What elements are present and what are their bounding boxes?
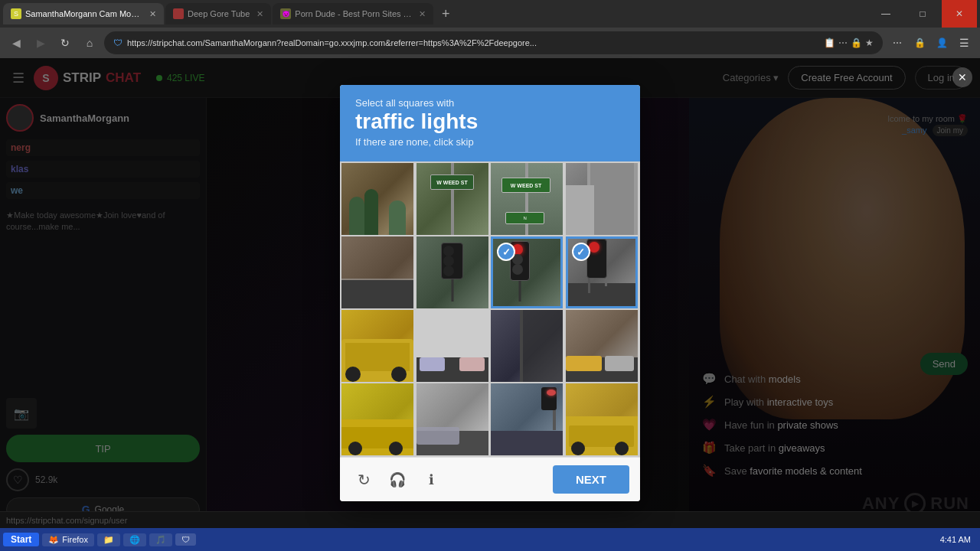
captcha-instruction-title: traffic lights xyxy=(355,110,625,134)
captcha-cell-14[interactable] xyxy=(491,383,563,455)
url-bar[interactable]: 🛡 https://stripchat.com/SamanthaMorgann?… xyxy=(104,31,883,54)
profile-icon[interactable]: 👤 xyxy=(932,33,952,53)
captcha-cell-9[interactable] xyxy=(416,310,488,382)
tab-1-close[interactable]: ✕ xyxy=(149,9,156,19)
captcha-cell-3[interactable] xyxy=(566,163,638,235)
url-actions: 📋 ⋯ 🔒 ★ xyxy=(824,37,874,48)
captcha-grid: W WEED ST W WEED ST N xyxy=(340,161,640,457)
taskbar-antivirus-icon: 🛡 xyxy=(181,535,190,544)
captcha-footer: ↻ 🎧 ℹ NEXT xyxy=(340,457,640,501)
captcha-cell-2[interactable]: W WEED ST N xyxy=(491,163,563,235)
modal-close-button[interactable]: ✕ xyxy=(952,67,972,87)
taskbar: Start 🦊 Firefox 📁 🌐 🎵 🛡 4:41 AM xyxy=(0,528,980,551)
tab-1-title: SamanthaMorgann Cam Model: Fr... xyxy=(25,9,142,18)
extensions-area: ⋯ 🔒 👤 ☰ xyxy=(887,33,974,53)
taskbar-clock: 4:41 AM xyxy=(940,535,977,544)
new-tab-button[interactable]: + xyxy=(435,3,456,24)
captcha-cell-6[interactable]: ✓ xyxy=(491,236,563,308)
captcha-cell-0[interactable] xyxy=(341,163,413,235)
tab-1[interactable]: S SamanthaMorgann Cam Model: Fr... ✕ xyxy=(3,3,164,24)
back-button[interactable]: ◀ xyxy=(6,33,26,53)
tab-bar: S SamanthaMorgann Cam Model: Fr... ✕ Dee… xyxy=(0,0,980,28)
firefox-sync-icon[interactable]: 🔒 xyxy=(910,33,929,53)
captcha-instruction-sub: Select all squares with xyxy=(355,97,625,109)
extensions-button[interactable]: ⋯ xyxy=(887,33,907,53)
captcha-cell-4[interactable] xyxy=(341,236,413,308)
tab-2-close[interactable]: ✕ xyxy=(256,9,263,19)
captcha-cell-10[interactable] xyxy=(491,310,563,382)
tab-3-title: Porn Dude - Best Porn Sites & Fre... xyxy=(295,9,412,18)
window-maximize[interactable]: □ xyxy=(905,0,940,28)
tab-2-favicon xyxy=(173,8,184,19)
url-text: https://stripchat.com/SamanthaMorgann?re… xyxy=(127,38,819,47)
captcha-cell-13[interactable] xyxy=(416,383,488,455)
captcha-modal: Select all squares with traffic lights I… xyxy=(340,85,640,502)
window-close[interactable]: ✕ xyxy=(942,0,977,28)
cell-7-check: ✓ xyxy=(572,243,590,261)
browser-window: S SamanthaMorgann Cam Model: Fr... ✕ Dee… xyxy=(0,0,980,551)
captcha-info-button[interactable]: ℹ xyxy=(418,467,444,493)
taskbar-firefox-icon: 🦊 xyxy=(48,535,59,545)
tab-3-close[interactable]: ✕ xyxy=(419,9,426,19)
captcha-cell-11[interactable] xyxy=(566,310,638,382)
security-icon: 🛡 xyxy=(113,37,122,48)
address-bar: ◀ ▶ ↻ ⌂ 🛡 https://stripchat.com/Samantha… xyxy=(0,28,980,58)
tab-3[interactable]: 😈 Porn Dude - Best Porn Sites & Fre... ✕ xyxy=(273,3,433,24)
taskbar-folder-icon: 📁 xyxy=(103,535,114,545)
taskbar-item-1[interactable]: 🦊 Firefox xyxy=(42,533,94,546)
captcha-cell-8[interactable] xyxy=(341,310,413,382)
captcha-header: Select all squares with traffic lights I… xyxy=(340,85,640,162)
taskbar-item-2[interactable]: 📁 xyxy=(97,533,120,546)
taskbar-chrome-icon: 🌐 xyxy=(129,535,140,544)
captcha-next-button[interactable]: NEXT xyxy=(553,465,629,494)
captcha-cell-12[interactable] xyxy=(341,383,413,455)
taskbar-item-3[interactable]: 🌐 xyxy=(123,533,146,546)
captcha-cell-1[interactable]: W WEED ST xyxy=(416,163,488,235)
taskbar-item-5[interactable]: 🛡 xyxy=(175,533,196,546)
home-button[interactable]: ⌂ xyxy=(80,33,100,53)
start-button[interactable]: Start xyxy=(3,533,39,546)
tab-2-title: Deep Gore Tube xyxy=(188,9,250,18)
captcha-cell-5[interactable] xyxy=(416,236,488,308)
taskbar-media-icon: 🎵 xyxy=(155,535,166,544)
captcha-instruction-hint: If there are none, click skip xyxy=(355,136,625,148)
reload-button[interactable]: ↻ xyxy=(55,33,75,53)
taskbar-item-4[interactable]: 🎵 xyxy=(149,533,172,546)
captcha-reload-button[interactable]: ↻ xyxy=(351,467,377,493)
tab-2[interactable]: Deep Gore Tube ✕ xyxy=(165,3,271,24)
hamburger-menu[interactable]: ☰ xyxy=(954,33,974,53)
captcha-cell-15[interactable] xyxy=(566,383,638,455)
captcha-audio-button[interactable]: 🎧 xyxy=(384,467,410,493)
forward-button[interactable]: ▶ xyxy=(31,33,51,53)
modal-overlay[interactable]: ✕ Select all squares with traffic lights… xyxy=(0,58,980,528)
window-minimize[interactable]: — xyxy=(868,0,903,28)
tab-3-favicon: 😈 xyxy=(280,8,291,19)
tab-1-favicon: S xyxy=(11,8,21,19)
captcha-cell-7[interactable]: ✓ xyxy=(566,236,638,308)
